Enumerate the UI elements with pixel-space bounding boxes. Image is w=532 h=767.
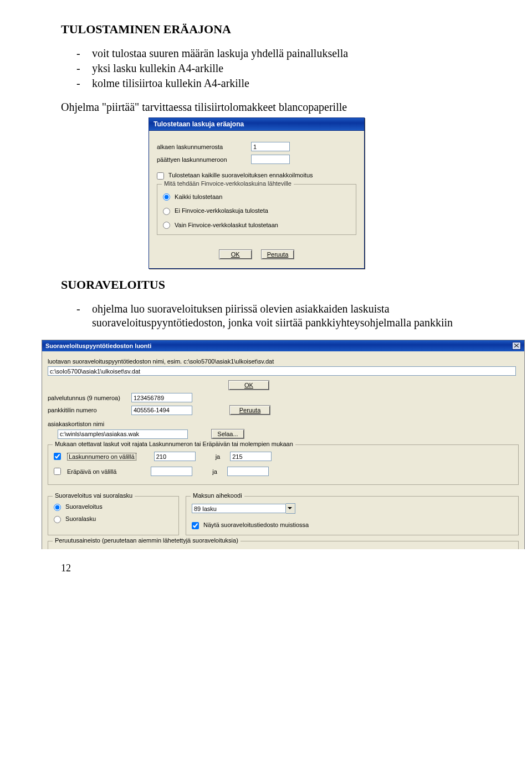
radio-direct-debit-label: Suoraveloitus: [65, 503, 103, 510]
radio-only-finvoice[interactable]: Vain Finvoice-verkkolaskut tulostetaan: [163, 222, 278, 228]
radio-direct-invoice-input[interactable]: [54, 516, 61, 523]
checkbox-filter-date[interactable]: [54, 468, 61, 475]
input-number-to[interactable]: [230, 452, 272, 461]
label-and-2: ja: [212, 468, 217, 475]
input-file-path[interactable]: [48, 366, 516, 376]
input-date-from[interactable]: [151, 467, 192, 476]
bullet-item: voit tulostaa suuren määrän laskuja yhde…: [76, 47, 489, 60]
group-mode-legend: Suoraveloitus vai suoralasku: [53, 492, 135, 499]
radio-direct-invoice-label: Suoralasku: [65, 515, 96, 522]
group-reason-legend: Maksun aihekoodi: [191, 492, 244, 499]
label-start-number: alkaen laskunnumerosta: [157, 144, 251, 150]
group-reason: Maksun aihekoodi Näytä suoraveloitustied…: [186, 496, 519, 535]
bullet-list-debit: ohjelma luo suoraveloituksen piirissä ol…: [61, 302, 489, 330]
checkbox-prenotice-box[interactable]: [157, 172, 164, 180]
checkbox-show-memo[interactable]: Näytä suoraveloitustiedosto muistiossa: [192, 521, 309, 528]
label-end-number: päättyen laskunnumeroon: [157, 156, 251, 163]
bullet-item: kolme tilisiirtoa kullekin A4-arkille: [76, 76, 489, 90]
dialog-title-text: Suoraveloituspyyntötiedoston luonti: [45, 342, 151, 349]
ok-button[interactable]: OK: [219, 249, 252, 259]
bullet-item: ohjelma luo suoraveloituksen piirissä ol…: [76, 302, 489, 330]
input-number-from[interactable]: [154, 452, 196, 461]
dialog-titlebar[interactable]: Suoraveloituspyyntötiedoston luonti: [42, 340, 524, 351]
radio-no-finvoice-input[interactable]: [163, 208, 170, 215]
checkbox-filter-number[interactable]: [54, 453, 61, 460]
group-cancel-material-legend: Peruutusaineisto (peruutetaan aiemmin lä…: [53, 537, 241, 544]
checkbox-prenotice[interactable]: Tulostetaan kaikille suoraveloituksen en…: [157, 172, 313, 178]
radio-print-all[interactable]: Kaikki tulostetaan: [163, 193, 222, 200]
group-cancel-material: Peruutusaineisto (peruutetaan aiemmin lä…: [48, 541, 519, 549]
radio-direct-invoice[interactable]: Suoralasku: [54, 515, 96, 522]
radio-direct-debit[interactable]: Suoraveloitus: [54, 503, 103, 510]
label-and-1: ja: [216, 453, 221, 460]
close-icon[interactable]: [512, 342, 521, 350]
dialog-titlebar[interactable]: Tulostetaan laskuja eräajona: [149, 117, 365, 130]
label-service-id: palvelutunnus (9 numeroa): [48, 395, 128, 401]
group-filter-legend: Mukaan otettavat laskut voit rajata Lask…: [53, 441, 295, 447]
label-filter-date: Eräpäivä on välillä: [67, 468, 116, 475]
checkbox-prenotice-label: Tulostetaan kaikille suoraveloituksen en…: [168, 172, 313, 178]
radio-direct-debit-input[interactable]: [54, 504, 61, 511]
checkbox-show-memo-box[interactable]: [192, 522, 199, 529]
input-cardfile[interactable]: [58, 429, 188, 439]
ok-button[interactable]: OK: [228, 380, 269, 390]
cancel-button[interactable]: Peruuta: [229, 405, 270, 415]
checkbox-show-memo-label: Näytä suoraveloitustiedosto muistiossa: [203, 521, 309, 528]
radio-print-all-input[interactable]: [163, 193, 170, 201]
radio-no-finvoice-label: Ei Finvoice-verkkolaskuja tulosteta: [175, 207, 268, 214]
input-end-number[interactable]: [251, 155, 290, 164]
heading-direct-debit: SUORAVELOITUS: [61, 278, 489, 292]
label-cardfile: asiakaskortiston nimi: [48, 421, 519, 427]
radio-print-all-label: Kaikki tulostetaan: [175, 193, 222, 200]
browse-button[interactable]: Selaa...: [211, 429, 244, 439]
label-file-path: luotavan suoraveloituspyyntötiedoston ni…: [48, 358, 519, 365]
group-finvoice: Mitä tehdään Finvoice-verkkolaskuina läh…: [157, 184, 356, 236]
chevron-down-icon[interactable]: [286, 503, 295, 514]
label-bank-account: pankkitilin numero: [48, 407, 128, 413]
cancel-button[interactable]: Peruuta: [261, 249, 295, 259]
input-date-to[interactable]: [227, 467, 269, 476]
input-service-id[interactable]: [131, 393, 192, 402]
page-number: 12: [61, 563, 489, 574]
paragraph-blanco: Ohjelma "piirtää" tarvittaessa tilisiirt…: [61, 100, 489, 114]
heading-print-batch: TULOSTAMINEN ERÄAJONA: [61, 22, 489, 37]
radio-no-finvoice[interactable]: Ei Finvoice-verkkolaskuja tulosteta: [163, 207, 268, 214]
dialog-debit-file: Suoraveloituspyyntötiedoston luonti luot…: [42, 340, 525, 549]
label-filter-number: Laskunnumero on välillä: [67, 453, 136, 461]
group-finvoice-legend: Mitä tehdään Finvoice-verkkolaskuina läh…: [162, 180, 294, 187]
group-mode: Suoraveloitus vai suoralasku Suoraveloit…: [48, 496, 179, 535]
radio-only-finvoice-input[interactable]: [163, 222, 170, 229]
bullet-item: yksi lasku kullekin A4-arkille: [76, 62, 489, 75]
bullet-list-print: voit tulostaa suuren määrän laskuja yhde…: [61, 47, 489, 90]
input-bank-account[interactable]: [131, 406, 192, 415]
dialog-print-batch: Tulostetaan laskuja eräajona alkaen lask…: [149, 117, 365, 269]
input-reason-code[interactable]: [192, 504, 286, 513]
radio-only-finvoice-label: Vain Finvoice-verkkolaskut tulostetaan: [175, 222, 278, 228]
input-start-number[interactable]: [251, 142, 290, 151]
group-filter: Mukaan otettavat laskut voit rajata Lask…: [48, 444, 519, 485]
